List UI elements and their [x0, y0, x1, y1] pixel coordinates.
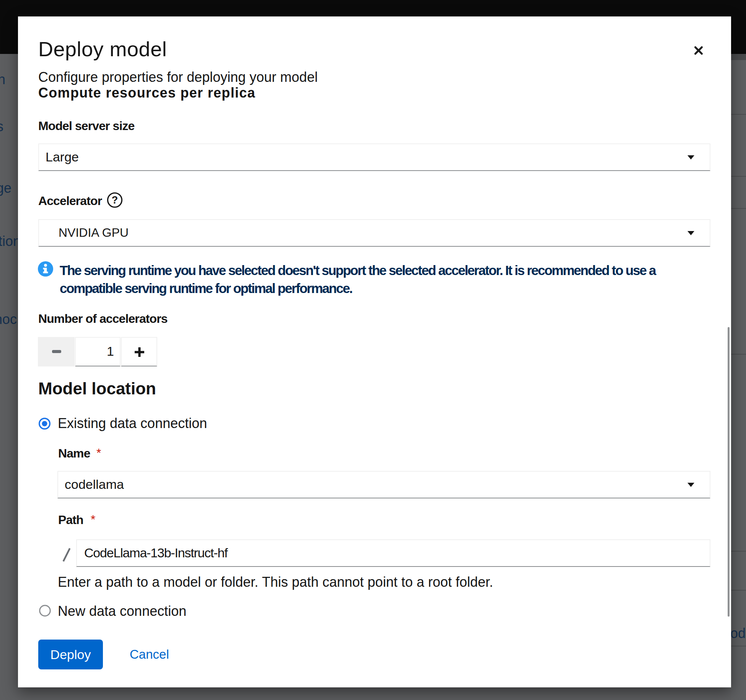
svg-text:?: ? — [112, 194, 118, 206]
